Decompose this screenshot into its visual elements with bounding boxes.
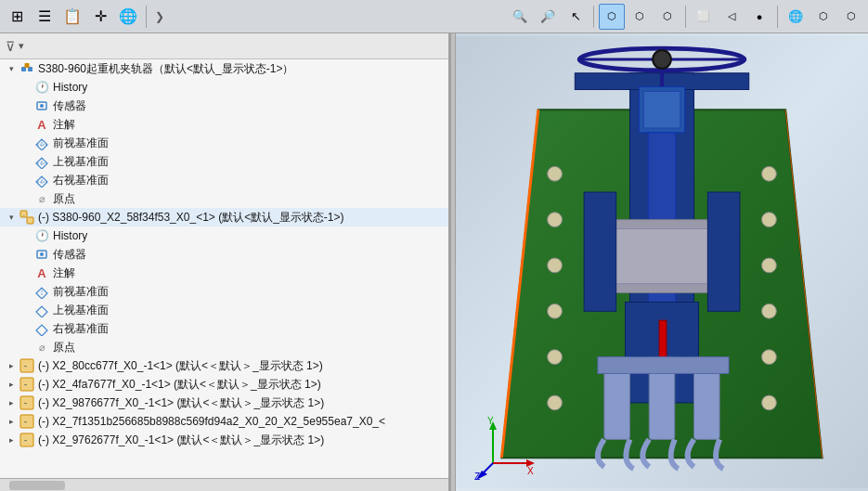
view-active-btn[interactable]: ⬡ [599, 4, 625, 30]
svg-text:Y: Y [487, 417, 494, 426]
filter-icon[interactable]: ⊽ [6, 39, 15, 54]
svg-rect-25 [20, 359, 33, 372]
tree-sensor1[interactable]: 传感器 [0, 97, 448, 115]
3d-viewport[interactable]: Y X Z [456, 33, 868, 491]
tree-comp5[interactable]: - (-) X2_9762677f_X0_-1<1> (默认<＜默认＞_显示状态… [0, 431, 448, 449]
toolbar-separator [146, 6, 147, 28]
toolbar-sep2 [593, 6, 594, 28]
display-btn3[interactable]: ● [746, 4, 772, 30]
tree-right1[interactable]: 右视基准面 [0, 171, 448, 189]
tree-comp1[interactable]: - (-) X2_80cc677f_X0_-1<1> (默认<＜默认＞_显示状态… [0, 356, 448, 375]
horizontal-scrollbar[interactable] [0, 478, 448, 491]
tree-origin1[interactable]: ⌀ 原点 [0, 189, 448, 208]
annotation-icon-1: A [33, 116, 50, 133]
viewport-area: Y X Z [456, 33, 868, 491]
plane-right-icon-2 [33, 320, 50, 337]
top1-label: 上视基准面 [53, 154, 109, 170]
svg-point-20 [40, 252, 44, 256]
svg-text:-: - [24, 380, 27, 389]
tree-subassembly1[interactable]: - (-) S380-960_X2_58f34f53_X0_<1> (默认<默认… [0, 208, 448, 226]
toolbar-more-arrow[interactable]: ❯ [151, 10, 168, 23]
feature-tree[interactable]: S380-960起重机夹轨器（默认<默认_显示状态-1>） 🕐 History … [0, 59, 448, 478]
tree-comp3[interactable]: - (-) X2_9876677f_X0_-1<1> (默认<＜默认＞_显示状态… [0, 394, 448, 412]
svg-point-49 [762, 350, 777, 365]
tree-arrow-c2 [4, 380, 19, 389]
plane-top-icon-2 [33, 302, 50, 318]
main-toolbar: ⊞ ☰ 📋 ✛ 🌐 ❯ 🔍 🔎 ↖ ⬡ ⬡ ⬡ ⬜ ◁ ● 🌐 ⬡ ⬡ [0, 0, 868, 33]
svg-text:-: - [24, 435, 27, 445]
tree-top2[interactable]: 上视基准面 [0, 301, 448, 319]
top2-label: 上视基准面 [53, 303, 109, 318]
comp-icon-1: - [19, 357, 35, 374]
tree-comp4[interactable]: - (-) X2_7f1351b256685b8988c569fd94a2_X0… [0, 412, 448, 431]
toolbar-crosshair-btn[interactable]: ✛ [87, 4, 113, 30]
cursor-btn[interactable]: ↖ [563, 4, 589, 30]
toolbar-grid-btn[interactable]: ⊞ [4, 4, 30, 30]
front2-label: 前视基准面 [53, 284, 109, 300]
tree-comp2[interactable]: - (-) X2_4fa7677f_X0_-1<1> (默认<＜默认＞_显示状态… [0, 375, 448, 394]
tree-history1[interactable]: 🕐 History [0, 78, 448, 97]
assembly-minus-icon-1: - [19, 209, 35, 226]
svg-text:Z: Z [474, 472, 480, 482]
tree-front1[interactable]: 前视基准面 [0, 134, 448, 152]
tree-top1[interactable]: 上视基准面 [0, 152, 448, 171]
tree-arrow-root [4, 64, 19, 73]
svg-text:-: - [24, 398, 27, 407]
tree-root[interactable]: S380-960起重机夹轨器（默认<默认_显示状态-1>） [0, 59, 448, 78]
comp-icon-3: - [19, 394, 35, 411]
comp-icon-5: - [19, 432, 35, 448]
origin-icon-1: ⌀ [33, 190, 50, 207]
view-btn2[interactable]: ⬡ [627, 4, 653, 30]
tree-arrow-c5 [4, 435, 19, 445]
tree-arrow-c4 [4, 417, 19, 426]
tree-right2[interactable]: 右视基准面 [0, 319, 448, 338]
render-btn3[interactable]: ⬡ [838, 4, 864, 30]
coordinate-axes: Y X Z [474, 417, 530, 472]
tree-front2[interactable]: 前视基准面 [0, 282, 448, 301]
comp3-label: (-) X2_9876677f_X0_-1<1> (默认<＜默认＞_显示状态 1… [38, 395, 324, 411]
svg-rect-69 [598, 357, 729, 374]
comp4-label: (-) X2_7f1351b256685b8988c569fd94a2_X0_2… [38, 415, 385, 428]
sensor2-label: 传感器 [53, 247, 86, 263]
toolbar-sep4 [777, 6, 778, 28]
right1-label: 右视基准面 [53, 173, 109, 188]
zoom-btn[interactable]: 🔎 [535, 4, 561, 30]
svg-point-47 [762, 258, 777, 273]
sensor1-label: 传感器 [53, 98, 86, 114]
search-btn[interactable]: 🔍 [507, 4, 533, 30]
tree-arrow-c3 [4, 398, 19, 407]
plane-icon-2 [33, 283, 50, 300]
assembly-icon [19, 60, 35, 77]
tree-annot2[interactable]: A 注解 [0, 264, 448, 282]
history2-label: History [53, 229, 87, 242]
annot2-label: 注解 [53, 265, 75, 281]
toolbar-globe-btn[interactable]: 🌐 [115, 4, 141, 30]
tree-origin2[interactable]: ⌀ 原点 [0, 338, 448, 356]
annot1-label: 注解 [53, 117, 75, 133]
tree-history2[interactable]: 🕐 History [0, 226, 448, 245]
comp2-label: (-) X2_4fa7677f_X0_-1<1> (默认<＜默认＞_显示状态 1… [38, 377, 321, 393]
filter-arrow[interactable]: ▾ [19, 40, 24, 52]
render-btn2[interactable]: ⬡ [810, 4, 836, 30]
toolbar-sep3 [685, 6, 686, 28]
sensor-icon-2 [33, 246, 50, 263]
render-btn1[interactable]: 🌐 [783, 4, 809, 30]
subassembly1-label: (-) S380-960_X2_58f34f53_X0_<1> (默认<默认_显… [38, 210, 344, 226]
svg-rect-27 [20, 378, 33, 391]
view-btn3[interactable]: ⬡ [654, 4, 680, 30]
toolbar-list-btn[interactable]: ☰ [32, 4, 58, 30]
tree-arrow-c1 [4, 361, 19, 370]
origin2-label: 原点 [53, 340, 75, 355]
display-btn1[interactable]: ⬜ [691, 4, 717, 30]
display-btn2[interactable]: ◁ [719, 4, 745, 30]
plane-icon-1 [33, 135, 50, 151]
svg-rect-58 [643, 91, 680, 127]
history-icon-1: 🕐 [33, 79, 50, 96]
toolbar-doc-btn[interactable]: 📋 [59, 4, 85, 30]
svg-rect-31 [20, 415, 33, 428]
svg-rect-18 [27, 217, 33, 224]
svg-rect-61 [616, 228, 708, 283]
tree-annot1[interactable]: A 注解 [0, 115, 448, 134]
tree-sensor2[interactable]: 传感器 [0, 245, 448, 264]
svg-point-41 [548, 258, 563, 273]
